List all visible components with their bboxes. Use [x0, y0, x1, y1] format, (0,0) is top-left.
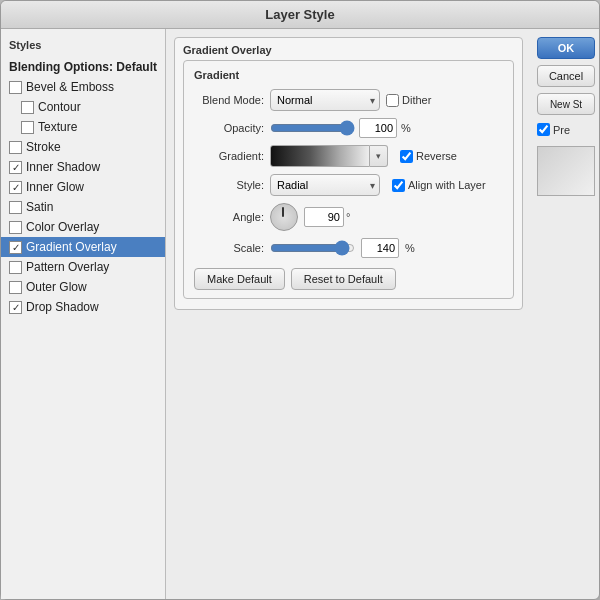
scale-input[interactable]: [361, 238, 399, 258]
angle-label: Angle:: [194, 211, 264, 223]
color-overlay-label: Color Overlay: [26, 220, 99, 234]
scale-slider[interactable]: [270, 242, 355, 254]
scale-label: Scale:: [194, 242, 264, 254]
sidebar-item-pattern-overlay[interactable]: Pattern Overlay: [1, 257, 165, 277]
drop-shadow-checkbox[interactable]: [9, 301, 22, 314]
panel-title: Styles: [1, 37, 165, 57]
main-area: Gradient Overlay Gradient Blend Mode: No…: [166, 29, 531, 599]
align-layer-label: Align with Layer: [408, 179, 486, 191]
style-dropdown-wrap: Linear Radial Angle Reflected Diamond: [270, 174, 380, 196]
gradient-overlay-label: Gradient Overlay: [26, 240, 117, 254]
outer-glow-label: Outer Glow: [26, 280, 87, 294]
section-outer-label: Gradient Overlay: [183, 44, 514, 56]
sidebar-item-gradient-overlay[interactable]: Gradient Overlay: [1, 237, 165, 257]
outer-glow-checkbox[interactable]: [9, 281, 22, 294]
sidebar-item-contour[interactable]: Contour: [1, 97, 165, 117]
angle-unit: °: [346, 211, 350, 223]
blend-mode-label: Blend Mode:: [194, 94, 264, 106]
gradient-picker-wrap: ▾: [270, 145, 388, 167]
sidebar-item-bevel-emboss[interactable]: Bevel & Emboss: [1, 77, 165, 97]
blend-mode-dropdown[interactable]: Normal Dissolve Multiply Screen: [270, 89, 380, 111]
sidebar-item-inner-glow[interactable]: Inner Glow: [1, 177, 165, 197]
scale-unit: %: [405, 242, 415, 254]
section-inner-label: Gradient: [194, 69, 503, 81]
dither-label: Dither: [402, 94, 431, 106]
opacity-row: Opacity: %: [194, 118, 503, 138]
angle-input[interactable]: [304, 207, 344, 227]
gradient-row: Gradient: ▾ Reverse: [194, 145, 503, 167]
angle-dial[interactable]: [270, 203, 298, 231]
inner-glow-label: Inner Glow: [26, 180, 84, 194]
preview-checkbox[interactable]: [537, 123, 550, 136]
pattern-overlay-label: Pattern Overlay: [26, 260, 109, 274]
sidebar-item-color-overlay[interactable]: Color Overlay: [1, 217, 165, 237]
drop-shadow-label: Drop Shadow: [26, 300, 99, 314]
buttons-row: Make Default Reset to Default: [194, 268, 503, 290]
color-overlay-checkbox[interactable]: [9, 221, 22, 234]
make-default-button[interactable]: Make Default: [194, 268, 285, 290]
angle-control: °: [270, 203, 350, 231]
opacity-slider-wrap: %: [270, 118, 411, 138]
blending-options-label: Blending Options: Default: [9, 60, 157, 74]
preview-row: Pre: [537, 123, 593, 136]
gradient-label: Gradient:: [194, 150, 264, 162]
sidebar-item-blending-options[interactable]: Blending Options: Default: [1, 57, 165, 77]
texture-label: Texture: [38, 120, 77, 134]
stroke-label: Stroke: [26, 140, 61, 154]
reverse-wrap: Reverse: [400, 150, 457, 163]
angle-row: Angle: °: [194, 203, 503, 231]
inner-shadow-label: Inner Shadow: [26, 160, 100, 174]
preview-label: Pre: [553, 124, 570, 136]
blend-mode-row: Blend Mode: Normal Dissolve Multiply Scr…: [194, 89, 503, 111]
style-row: Style: Linear Radial Angle Reflected Dia…: [194, 174, 503, 196]
gradient-overlay-section: Gradient Overlay Gradient Blend Mode: No…: [174, 37, 523, 310]
ok-button[interactable]: OK: [537, 37, 595, 59]
align-layer-checkbox[interactable]: [392, 179, 405, 192]
reverse-checkbox[interactable]: [400, 150, 413, 163]
opacity-input[interactable]: [359, 118, 397, 138]
sidebar-item-texture[interactable]: Texture: [1, 117, 165, 137]
gradient-overlay-checkbox[interactable]: [9, 241, 22, 254]
inner-glow-checkbox[interactable]: [9, 181, 22, 194]
left-panel: Styles Blending Options: Default Bevel &…: [1, 29, 166, 599]
cancel-button[interactable]: Cancel: [537, 65, 595, 87]
align-layer-wrap: Align with Layer: [392, 179, 486, 192]
texture-checkbox[interactable]: [21, 121, 34, 134]
dither-checkbox[interactable]: [386, 94, 399, 107]
opacity-slider[interactable]: [270, 122, 355, 134]
pattern-overlay-checkbox[interactable]: [9, 261, 22, 274]
new-style-button[interactable]: New St: [537, 93, 595, 115]
gradient-dropdown-btn[interactable]: ▾: [370, 145, 388, 167]
bevel-emboss-label: Bevel & Emboss: [26, 80, 114, 94]
preview-box: [537, 146, 595, 196]
right-buttons-panel: OK Cancel New St Pre: [531, 29, 599, 599]
opacity-unit: %: [401, 122, 411, 134]
style-dropdown[interactable]: Linear Radial Angle Reflected Diamond: [270, 174, 380, 196]
angle-input-wrap: °: [304, 207, 350, 227]
angle-dial-indicator: [282, 207, 284, 217]
dither-wrap: Dither: [386, 94, 431, 107]
satin-label: Satin: [26, 200, 53, 214]
scale-slider-wrap: %: [270, 238, 415, 258]
layer-style-window: Layer Style Styles Blending Options: Def…: [0, 0, 600, 600]
gradient-section: Gradient Blend Mode: Normal Dissolve Mul…: [183, 60, 514, 299]
contour-checkbox[interactable]: [21, 101, 34, 114]
satin-checkbox[interactable]: [9, 201, 22, 214]
window-title: Layer Style: [265, 7, 334, 22]
bevel-emboss-checkbox[interactable]: [9, 81, 22, 94]
contour-label: Contour: [38, 100, 81, 114]
sidebar-item-outer-glow[interactable]: Outer Glow: [1, 277, 165, 297]
sidebar-item-inner-shadow[interactable]: Inner Shadow: [1, 157, 165, 177]
style-label: Style:: [194, 179, 264, 191]
sidebar-item-drop-shadow[interactable]: Drop Shadow: [1, 297, 165, 317]
scale-row: Scale: %: [194, 238, 503, 258]
opacity-label: Opacity:: [194, 122, 264, 134]
window-body: Styles Blending Options: Default Bevel &…: [1, 29, 599, 599]
gradient-picker[interactable]: [270, 145, 370, 167]
inner-shadow-checkbox[interactable]: [9, 161, 22, 174]
blend-mode-dropdown-wrap: Normal Dissolve Multiply Screen: [270, 89, 380, 111]
sidebar-item-stroke[interactable]: Stroke: [1, 137, 165, 157]
stroke-checkbox[interactable]: [9, 141, 22, 154]
reset-to-default-button[interactable]: Reset to Default: [291, 268, 396, 290]
sidebar-item-satin[interactable]: Satin: [1, 197, 165, 217]
